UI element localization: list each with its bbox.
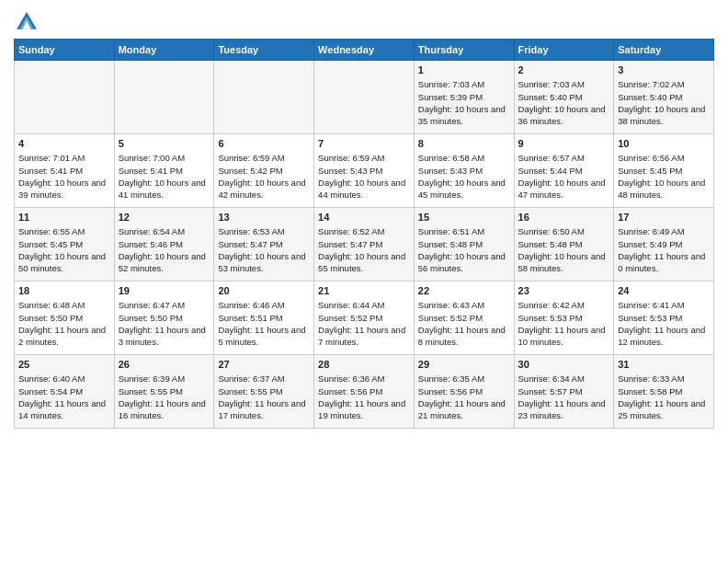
- sunset: Sunset: 5:54 PM: [18, 385, 110, 397]
- sunset: Sunset: 5:48 PM: [418, 238, 510, 250]
- sunset: Sunset: 5:52 PM: [418, 312, 510, 324]
- sunrise: Sunrise: 7:03 AM: [418, 78, 510, 90]
- day-number: 23: [518, 284, 610, 298]
- calendar-cell: 10Sunrise: 6:56 AMSunset: 5:45 PMDayligh…: [614, 134, 714, 208]
- daylight: Daylight: 10 hours and 45 minutes.: [418, 177, 510, 201]
- sunrise: Sunrise: 6:55 AM: [18, 225, 110, 237]
- sunrise: Sunrise: 6:58 AM: [418, 152, 510, 164]
- day-number: 31: [618, 358, 710, 372]
- calendar-header-row: Sunday Monday Tuesday Wednesday Thursday…: [15, 40, 714, 61]
- sunset: Sunset: 5:40 PM: [618, 91, 710, 103]
- col-saturday: Saturday: [614, 40, 714, 61]
- sunset: Sunset: 5:43 PM: [318, 165, 410, 177]
- calendar-cell: 30Sunrise: 6:34 AMSunset: 5:57 PMDayligh…: [514, 355, 614, 429]
- day-number: 26: [119, 358, 210, 372]
- sunset: Sunset: 5:42 PM: [218, 165, 310, 177]
- sunset: Sunset: 5:49 PM: [618, 238, 710, 250]
- day-number: 9: [518, 137, 610, 151]
- sunset: Sunset: 5:50 PM: [119, 312, 210, 324]
- sunset: Sunset: 5:51 PM: [218, 312, 310, 324]
- calendar-cell: 8Sunrise: 6:58 AMSunset: 5:43 PMDaylight…: [414, 134, 514, 208]
- sunrise: Sunrise: 6:42 AM: [518, 299, 610, 311]
- day-number: 29: [418, 358, 510, 372]
- daylight: Daylight: 11 hours and 16 minutes.: [119, 397, 210, 422]
- sunrise: Sunrise: 6:54 AM: [119, 225, 210, 237]
- day-number: 25: [18, 358, 110, 372]
- day-number: 15: [418, 211, 510, 224]
- day-number: 3: [618, 63, 710, 77]
- calendar-cell: 18Sunrise: 6:48 AMSunset: 5:50 PMDayligh…: [15, 282, 115, 355]
- calendar-cell: 19Sunrise: 6:47 AMSunset: 5:50 PMDayligh…: [114, 282, 214, 355]
- calendar-week-row: 25Sunrise: 6:40 AMSunset: 5:54 PMDayligh…: [15, 355, 714, 429]
- sunrise: Sunrise: 6:59 AM: [218, 152, 310, 164]
- calendar-cell: 20Sunrise: 6:46 AMSunset: 5:51 PMDayligh…: [214, 282, 314, 355]
- daylight: Daylight: 11 hours and 23 minutes.: [518, 397, 610, 422]
- sunrise: Sunrise: 6:34 AM: [518, 373, 610, 385]
- daylight: Daylight: 11 hours and 14 minutes.: [18, 397, 110, 422]
- day-number: 30: [518, 358, 610, 372]
- day-number: 22: [418, 284, 510, 298]
- sunset: Sunset: 5:56 PM: [418, 385, 510, 397]
- sunrise: Sunrise: 6:59 AM: [318, 152, 410, 164]
- calendar-cell: 15Sunrise: 6:51 AMSunset: 5:48 PMDayligh…: [414, 208, 514, 282]
- daylight: Daylight: 11 hours and 25 minutes.: [618, 397, 710, 422]
- col-wednesday: Wednesday: [314, 40, 415, 61]
- calendar-cell: 1Sunrise: 7:03 AMSunset: 5:39 PMDaylight…: [414, 61, 514, 134]
- daylight: Daylight: 10 hours and 56 minutes.: [418, 250, 510, 275]
- sunrise: Sunrise: 6:43 AM: [418, 299, 510, 311]
- calendar-cell: [114, 61, 214, 134]
- daylight: Daylight: 10 hours and 35 minutes.: [418, 103, 510, 128]
- logo: [14, 9, 43, 35]
- sunrise: Sunrise: 7:03 AM: [518, 78, 610, 90]
- sunrise: Sunrise: 6:48 AM: [18, 299, 110, 311]
- calendar-cell: 22Sunrise: 6:43 AMSunset: 5:52 PMDayligh…: [414, 282, 514, 355]
- daylight: Daylight: 11 hours and 2 minutes.: [18, 324, 110, 349]
- sunset: Sunset: 5:53 PM: [518, 312, 610, 324]
- calendar-cell: [214, 61, 314, 134]
- daylight: Daylight: 11 hours and 21 minutes.: [418, 397, 510, 422]
- day-number: 7: [318, 137, 410, 151]
- calendar-cell: [15, 61, 115, 134]
- daylight: Daylight: 10 hours and 47 minutes.: [518, 177, 610, 201]
- daylight: Daylight: 10 hours and 58 minutes.: [518, 250, 610, 275]
- calendar-cell: 9Sunrise: 6:57 AMSunset: 5:44 PMDaylight…: [514, 134, 614, 208]
- day-number: 20: [218, 284, 310, 298]
- calendar-cell: 14Sunrise: 6:52 AMSunset: 5:47 PMDayligh…: [314, 208, 415, 282]
- sunrise: Sunrise: 6:53 AM: [218, 225, 310, 237]
- calendar-cell: 24Sunrise: 6:41 AMSunset: 5:53 PMDayligh…: [614, 282, 714, 355]
- daylight: Daylight: 11 hours and 5 minutes.: [218, 324, 310, 349]
- daylight: Daylight: 10 hours and 50 minutes.: [18, 250, 110, 275]
- col-thursday: Thursday: [414, 40, 514, 61]
- sunset: Sunset: 5:39 PM: [418, 91, 510, 103]
- calendar-table: Sunday Monday Tuesday Wednesday Thursday…: [14, 39, 714, 429]
- daylight: Daylight: 10 hours and 38 minutes.: [618, 103, 710, 128]
- sunrise: Sunrise: 6:47 AM: [119, 299, 210, 311]
- sunset: Sunset: 5:41 PM: [18, 165, 110, 177]
- sunrise: Sunrise: 6:35 AM: [418, 373, 510, 385]
- calendar-week-row: 4Sunrise: 7:01 AMSunset: 5:41 PMDaylight…: [15, 134, 714, 208]
- daylight: Daylight: 11 hours and 19 minutes.: [318, 397, 410, 422]
- day-number: 24: [618, 284, 710, 298]
- sunset: Sunset: 5:48 PM: [518, 238, 610, 250]
- col-friday: Friday: [514, 40, 614, 61]
- sunrise: Sunrise: 6:40 AM: [18, 373, 110, 385]
- sunset: Sunset: 5:52 PM: [318, 312, 410, 324]
- sunrise: Sunrise: 6:41 AM: [618, 299, 710, 311]
- day-number: 4: [18, 137, 110, 151]
- sunset: Sunset: 5:55 PM: [119, 385, 210, 397]
- col-monday: Monday: [114, 40, 214, 61]
- daylight: Daylight: 11 hours and 8 minutes.: [418, 324, 510, 349]
- calendar-cell: 31Sunrise: 6:33 AMSunset: 5:58 PMDayligh…: [614, 355, 714, 429]
- sunrise: Sunrise: 6:36 AM: [318, 373, 410, 385]
- sunrise: Sunrise: 7:00 AM: [119, 152, 210, 164]
- day-number: 8: [418, 137, 510, 151]
- day-number: 1: [418, 63, 510, 77]
- sunrise: Sunrise: 7:02 AM: [618, 78, 710, 90]
- day-number: 12: [119, 211, 210, 224]
- daylight: Daylight: 11 hours and 10 minutes.: [518, 324, 610, 349]
- daylight: Daylight: 11 hours and 17 minutes.: [218, 397, 310, 422]
- sunrise: Sunrise: 6:50 AM: [518, 225, 610, 237]
- calendar-cell: 4Sunrise: 7:01 AMSunset: 5:41 PMDaylight…: [15, 134, 115, 208]
- daylight: Daylight: 10 hours and 44 minutes.: [318, 177, 410, 201]
- sunset: Sunset: 5:43 PM: [418, 165, 510, 177]
